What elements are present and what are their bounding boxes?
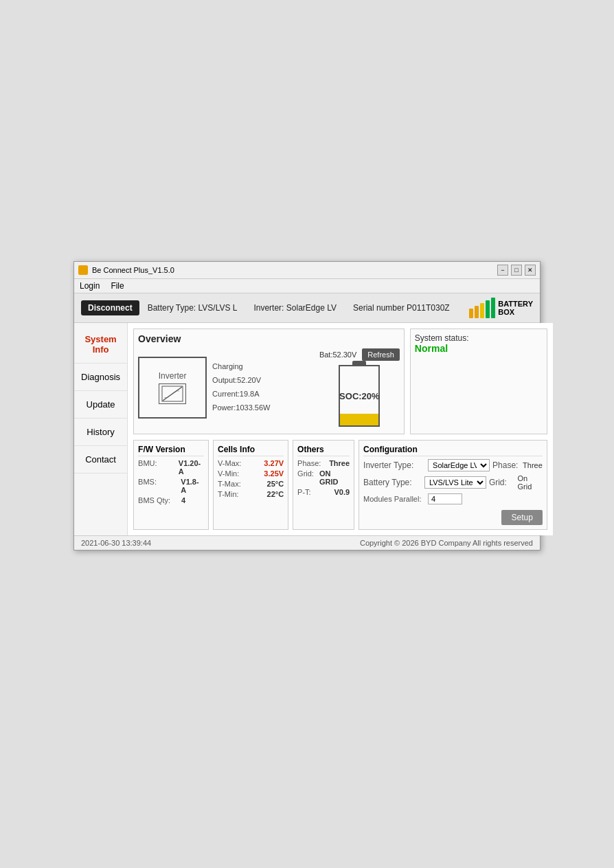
- maximize-button[interactable]: □: [511, 265, 522, 276]
- config-grid-value: On Grid: [518, 474, 543, 491]
- main-content: System InfoDiagnosisUpdateHistoryContact…: [74, 323, 540, 535]
- others-pt-value: V0.9: [334, 488, 350, 496]
- close-button[interactable]: ✕: [525, 265, 536, 276]
- tmax-label: T-Max:: [218, 480, 241, 488]
- title-bar: Be Connect Plus_V1.5.0 − □ ✕: [74, 262, 540, 279]
- info-bar: Disconnect Battery Type: LVS/LVS L Inver…: [74, 293, 540, 323]
- inverter-label: Inverter: [159, 371, 187, 381]
- battery-display: Inverter ~ ⎓: [138, 348, 400, 427]
- tmin-value: 22°C: [267, 490, 284, 498]
- app-icon: [78, 265, 88, 275]
- svg-text:~: ~: [164, 395, 167, 400]
- inverter-box: Inverter ~ ⎓: [138, 357, 207, 419]
- sidebar-item-system-info[interactable]: System Info: [74, 326, 127, 364]
- others-grid-value: ON GRID: [319, 469, 350, 486]
- battery-bar-3: [486, 300, 490, 318]
- tmin-row: T-Min: 22°C: [218, 490, 284, 498]
- battery-bar-0: [469, 309, 473, 318]
- fw-bms-label: BMS:: [138, 478, 175, 494]
- tmax-row: T-Max: 25°C: [218, 480, 284, 488]
- battery-fill: [340, 414, 378, 425]
- system-status-label: System status:: [415, 333, 469, 343]
- config-phase-value: Three: [523, 461, 543, 469]
- config-inverter-row: Inverter Type: SolarEdge LV Phase: Three: [363, 459, 543, 471]
- battery-bars-icon: [469, 298, 495, 318]
- battery-type-info: Battery Type: LVS/LVS L: [148, 303, 238, 313]
- vmax-label: V-Max:: [218, 459, 241, 467]
- info-text: Battery Type: LVS/LVS L Inverter: SolarE…: [148, 303, 462, 313]
- fw-bms-row: BMS: V1.8-A: [138, 478, 204, 494]
- refresh-button[interactable]: Refresh: [362, 348, 400, 361]
- config-panel: Configuration Inverter Type: SolarEdge L…: [359, 440, 547, 530]
- inverter-info: Inverter: SolarEdge LV: [253, 303, 337, 313]
- fw-table: BMU: V1.20-A BMS: V1.8-A BMS Qty: 4: [138, 459, 204, 504]
- sidebar-item-contact[interactable]: Contact: [74, 446, 127, 474]
- soc-text: SOC:20%: [339, 391, 380, 401]
- battery-visual-area: Bat:52.30V Refresh SOC:20%: [319, 348, 400, 427]
- fw-version-panel: F/W Version BMU: V1.20-A BMS: V1.8-A: [133, 440, 209, 530]
- vmax-value: 3.27V: [264, 459, 284, 467]
- current-label: Current:19.8A: [212, 388, 314, 401]
- others-pt-label: P-T:: [297, 488, 311, 496]
- config-title: Configuration: [363, 445, 543, 456]
- status-panel: System status: Normal: [410, 329, 547, 434]
- config-battery-row: Battery Type: LVS/LVS Lite Grid: On Grid: [363, 474, 543, 491]
- setup-button[interactable]: Setup: [501, 510, 542, 525]
- config-battery-label: Battery Type:: [363, 478, 422, 487]
- battery-bar-4: [491, 298, 495, 318]
- content-area: Overview Inverter ~ ⎓: [128, 323, 553, 535]
- system-status-value: Normal: [415, 343, 448, 354]
- output-label: Output:52.20V: [212, 374, 314, 388]
- pt-row: P-T: V0.9: [297, 488, 350, 496]
- minimize-button[interactable]: −: [497, 265, 508, 276]
- battery-icon: SOC:20%: [339, 365, 380, 427]
- battery-bar-1: [475, 306, 479, 318]
- power-label: Power:1033.56W: [212, 401, 314, 415]
- modules-label: Modules Parallel:: [363, 495, 425, 503]
- lower-row: F/W Version BMU: V1.20-A BMS: V1.8-A: [133, 440, 547, 530]
- others-grid-label: Grid:: [297, 469, 314, 486]
- others-title: Others: [297, 445, 350, 456]
- overview-panel: Overview Inverter ~ ⎓: [133, 329, 405, 434]
- inverter-symbol: ~ ⎓: [159, 383, 186, 404]
- menu-bar: Login File: [74, 279, 540, 293]
- fw-bms-value: V1.8-A: [181, 478, 204, 494]
- vmin-value: 3.25V: [264, 469, 284, 478]
- config-phase-label: Phase:: [492, 460, 520, 470]
- cells-info-panel: Cells Info V-Max: 3.27V V-Min: 3.25V T-M…: [213, 440, 288, 530]
- window-title: Be Connect Plus_V1.5.0: [92, 266, 174, 274]
- app-window: Be Connect Plus_V1.5.0 − □ ✕ Login File …: [73, 261, 541, 550]
- sidebar-item-diagnosis[interactable]: Diagnosis: [74, 364, 127, 391]
- top-row: Overview Inverter ~ ⎓: [133, 329, 547, 434]
- title-controls: − □ ✕: [497, 265, 536, 276]
- sidebar-item-update[interactable]: Update: [74, 391, 127, 419]
- config-inverter-label: Inverter Type:: [363, 460, 425, 470]
- footer-timestamp: 2021-06-30 13:39:44: [81, 539, 151, 547]
- menu-file[interactable]: File: [111, 281, 124, 291]
- title-bar-left: Be Connect Plus_V1.5.0: [78, 265, 174, 275]
- inverter-type-select[interactable]: SolarEdge LV: [428, 459, 490, 471]
- overview-title: Overview: [138, 333, 400, 344]
- tmin-label: T-Min:: [218, 490, 239, 498]
- phase-row: Phase: Three: [297, 459, 350, 467]
- battery-readings: Charging Output:52.20V Current:19.8A Pow…: [212, 360, 314, 414]
- vmin-row: V-Min: 3.25V: [218, 469, 284, 478]
- battery-logo: BATTERY BOX: [469, 298, 533, 318]
- battery-type-select[interactable]: LVS/LVS Lite: [424, 476, 486, 489]
- modules-input[interactable]: [428, 493, 462, 504]
- fw-bmu-row: BMU: V1.20-A: [138, 459, 204, 476]
- fw-bmsqty-row: BMS Qty: 4: [138, 496, 204, 504]
- fw-bmsqty-value: 4: [181, 496, 185, 504]
- fw-bmu-label: BMU:: [138, 459, 173, 476]
- footer-copyright: Copyright © 2026 BYD Company All rights …: [360, 539, 533, 547]
- menu-login[interactable]: Login: [80, 281, 100, 291]
- vmax-row: V-Max: 3.27V: [218, 459, 284, 467]
- disconnect-button[interactable]: Disconnect: [81, 300, 139, 315]
- others-phase-value: Three: [329, 459, 350, 467]
- sidebar: System InfoDiagnosisUpdateHistoryContact: [74, 323, 128, 535]
- fw-title: F/W Version: [138, 445, 204, 456]
- sidebar-item-history[interactable]: History: [74, 419, 127, 446]
- tmax-value: 25°C: [267, 480, 284, 488]
- modules-row: Modules Parallel:: [363, 493, 543, 504]
- battery-brand-label: BATTERY BOX: [498, 300, 533, 316]
